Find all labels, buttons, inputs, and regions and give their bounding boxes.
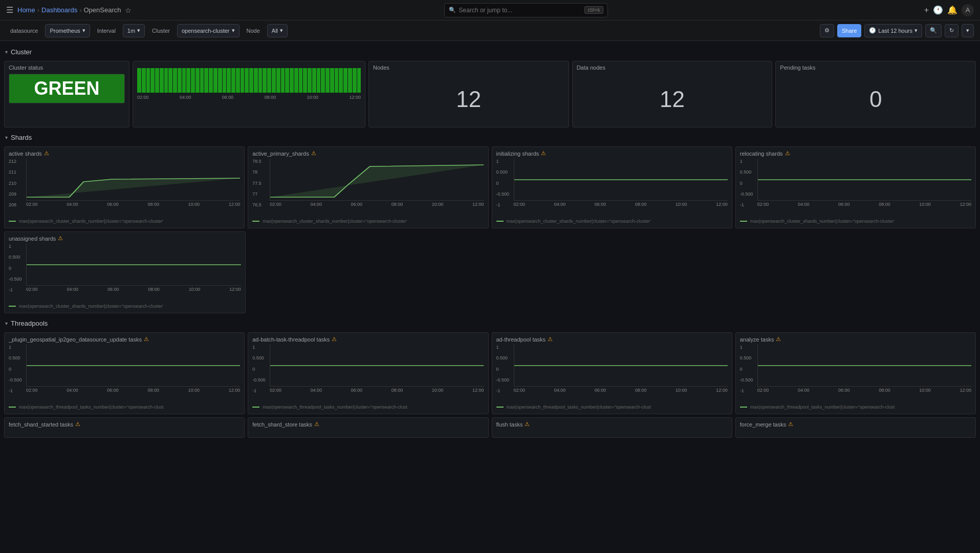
bar-25 [245,68,249,93]
bar-11 [182,68,186,93]
shards-section-title: Shards [11,134,32,141]
history-icon[interactable]: 🕐 [933,5,943,15]
unassigned-legend: max(opensearch_cluster_shards_number{clu… [5,302,245,311]
bar-8 [168,68,172,93]
breadcrumb-home[interactable]: Home [17,6,35,14]
bar-34 [285,68,289,93]
fetch-shard-started-warn-icon: ⚠ [75,421,80,428]
cluster-label: Cluster [148,24,174,37]
ad-batch-title: ad-batch-task-threadpool tasks ⚠ [248,333,488,344]
data-nodes-value: 12 [573,72,772,127]
cluster-status-value: GREEN [9,74,125,103]
force-merge-title: force_merge tasks ⚠ [736,418,975,429]
legend-dash-initializing [496,221,504,222]
refresh-button[interactable]: ↻ [945,24,959,37]
initializing-title: initializing shards ⚠ [492,147,732,158]
bar-40 [312,68,316,93]
unassigned-y-labels: 1 0.500 0 -0.500 -1 [9,244,23,292]
ad-threadpool-title: ad-threadpool tasks ⚠ [492,333,732,344]
legend-dash-active [9,221,16,222]
cluster-row: Cluster status GREEN [4,61,976,127]
star-icon[interactable]: ☆ [125,6,132,14]
ad-batch-legend-text: max(opensearch_threadpool_tasks_number{c… [263,405,407,410]
ad-threadpool-legend-text: max(opensearch_threadpool_tasks_number{c… [507,405,651,410]
force-merge-warn-icon: ⚠ [788,421,793,428]
bar-37 [299,68,303,93]
notification-icon[interactable]: 🔔 [947,5,957,15]
datasource-value: Prometheus [50,28,80,34]
ad-threadpool-legend: max(opensearch_threadpool_tasks_number{c… [492,402,732,412]
unassigned-warn-icon: ⚠ [58,235,63,242]
ad-threadpool-x-labels: 02:00 04:00 06:00 08:00 10:00 12:00 [514,387,728,393]
ad-threadpool-chart-area [514,345,728,387]
active-primary-chart: 78.5 78 77.5 77 76.5 02:00 04:00 06:00 0… [248,158,488,217]
bar-43 [325,68,330,93]
hamburger-menu[interactable]: ☰ [6,5,13,15]
bar-2 [142,68,146,93]
nodes-value: 12 [369,72,569,127]
time-range-button[interactable]: 🕐 Last 12 hours ▾ [864,24,922,37]
active-primary-x-labels: 02:00 04:00 06:00 08:00 10:00 12:00 [270,201,484,207]
shards-row-2: unassigned shards ⚠ 1 0.500 0 -0.500 -1 [4,231,976,313]
bar-22 [231,68,235,93]
bar-5 [155,68,159,93]
bar-18 [213,68,217,93]
bar-35 [290,68,294,93]
bar-24 [241,68,245,93]
cluster-status-panel: Cluster status GREEN [4,61,129,127]
cluster-section-header[interactable]: ▾ Cluster [4,45,976,59]
refresh-dropdown[interactable]: ▾ [962,24,974,37]
cluster-select[interactable]: opensearch-cluster ▾ [177,24,239,37]
relocating-svg [758,159,971,201]
relocating-legend: max(opensearch_cluster_shards_number{clu… [736,217,975,226]
bar-10 [178,68,182,93]
ad-batch-warn-icon: ⚠ [332,336,337,343]
bar-15 [200,68,204,93]
threadpools-section-header[interactable]: ▾ Threadpools [4,316,976,330]
plus-icon[interactable]: + [924,6,929,15]
plugin-geospatial-x-labels: 02:00 04:00 06:00 08:00 10:00 12:00 [26,387,240,393]
interval-value: 1m [127,28,135,34]
initializing-legend-text: max(opensearch_cluster_shards_number{clu… [507,219,651,224]
nodes-panel: Nodes 12 [368,61,569,127]
search-placeholder: Search or jump to... [459,7,513,14]
datasource-label: datasource [6,24,42,37]
pending-tasks-value: 0 [776,72,975,127]
ad-batch-label: ad-batch-task-threadpool tasks [252,336,330,343]
node-label: Node [243,24,264,37]
user-icon[interactable]: A [962,4,974,16]
breadcrumb-dashboards[interactable]: Dashboards [41,6,77,14]
ad-threadpool-warn-icon: ⚠ [548,336,553,343]
share-button[interactable]: Share [837,24,861,37]
bar-26 [249,68,253,93]
bar-39 [308,68,312,93]
legend-dash-ad-batch [252,407,259,408]
zoom-out-button[interactable]: 🔍 [925,24,942,37]
ad-threadpool-svg [514,345,728,387]
clock-icon: 🕐 [869,27,876,34]
initializing-shards-panel: initializing shards ⚠ 1 0.500 0 -0.500 -… [492,146,732,228]
settings-button[interactable]: ⚙ [820,24,834,37]
cluster-section-title: Cluster [11,48,32,56]
bar-45 [335,68,339,93]
cluster-status-title: Cluster status [5,61,129,72]
shards-spacer-3 [735,231,976,313]
initializing-chart: 1 0.500 0 -0.500 -1 02:00 04:00 06:00 08… [492,158,732,217]
analyze-x-labels: 02:00 04:00 06:00 08:00 10:00 12:00 [757,387,971,393]
bar-3 [146,68,150,93]
active-shards-panel: active shards ⚠ 212 211 210 209 208 [4,146,245,228]
flush-label: flush tasks [496,421,523,428]
top-nav: ☰ Home › Dashboards › OpenSearch ☆ 🔍 Sea… [0,0,980,20]
bar-49 [353,68,357,93]
bar-20 [223,68,227,93]
unassigned-x-labels: 02:00 04:00 06:00 08:00 10:00 12:00 [26,286,241,292]
x-label-5: 10:00 [307,95,319,100]
cluster-value: opensearch-cluster [182,28,230,34]
shards-section-header[interactable]: ▾ Shards [4,131,976,144]
interval-select[interactable]: 1m ▾ [123,24,145,37]
search-bar[interactable]: 🔍 Search or jump to... ctrl+k [444,3,608,17]
datasource-select[interactable]: Prometheus ▾ [45,24,90,37]
active-primary-shards-panel: active_primary_shards ⚠ 78.5 78 77.5 77 … [248,146,488,228]
node-select[interactable]: All ▾ [267,24,288,37]
toolbar: datasource Prometheus ▾ Interval 1m ▾ Cl… [0,20,980,41]
